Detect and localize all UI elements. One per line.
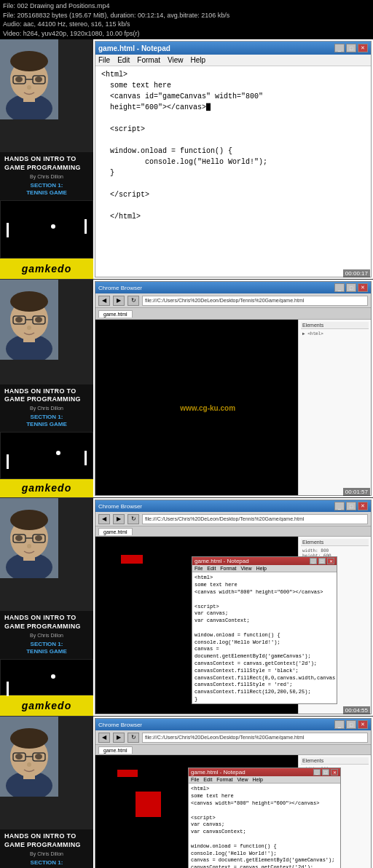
oc2: some text here bbox=[195, 582, 334, 589]
maximize-btn-1[interactable]: □ bbox=[346, 44, 356, 52]
min-btn-4[interactable]: _ bbox=[334, 720, 345, 729]
overlay-menu-view-3[interactable]: View bbox=[241, 566, 252, 571]
svg-point-10 bbox=[27, 85, 31, 90]
brand-title-1: Hands On Intro to Game Programming bbox=[4, 155, 89, 172]
svg-point-8 bbox=[15, 76, 23, 82]
menu-help-1[interactable]: Help bbox=[191, 56, 206, 64]
max-btn-3[interactable]: □ bbox=[346, 502, 356, 510]
red-rect-4a bbox=[117, 770, 138, 777]
brand-title-2: Hands On Intro to Game Programming bbox=[4, 387, 89, 404]
overlay-menu-format-4[interactable]: Format bbox=[216, 777, 232, 782]
browser-tabs-3: game.html bbox=[95, 526, 371, 537]
gamkedo-bar-3: gamkedo bbox=[0, 695, 93, 716]
refresh-btn-4[interactable]: ↻ bbox=[127, 733, 139, 743]
browser-tab-3[interactable]: game.html bbox=[98, 528, 133, 535]
menu-file-1[interactable]: File bbox=[98, 56, 110, 64]
oc17: } bbox=[195, 696, 334, 703]
red-rect-4b bbox=[136, 792, 161, 817]
devtool-tab-4[interactable]: Elements bbox=[301, 757, 369, 765]
refresh-btn-3[interactable]: ↻ bbox=[127, 514, 139, 524]
notepad-editor-1[interactable]: <html> some text here <canvas id="gameCa… bbox=[95, 66, 371, 277]
browser-container-4: Chrome Browser _ □ ✕ ◀ ▶ ↻ file:///C:/Us… bbox=[93, 717, 373, 868]
back-btn-3[interactable]: ◀ bbox=[98, 514, 110, 524]
left-sidebar-4: Hands On Intro to Game Programming By Ch… bbox=[0, 717, 93, 868]
webcam-3 bbox=[0, 498, 93, 611]
address-bar-4[interactable]: file:///C:/Users/Chris%20DeLeon/Desktop/… bbox=[142, 733, 368, 743]
overlay-min-4[interactable]: _ bbox=[313, 769, 321, 776]
browser-tab-4[interactable]: game.html bbox=[98, 746, 133, 754]
close-btn-2[interactable]: ✕ bbox=[358, 283, 368, 292]
overlay-menu-file-4[interactable]: File bbox=[191, 777, 199, 782]
overlay-title-text-4: game.html - Notepad bbox=[191, 769, 246, 776]
overlay-max-3[interactable]: □ bbox=[318, 558, 326, 564]
section-label-3: Section 1: Tennis Game bbox=[4, 641, 89, 656]
overlay-menu-view-4[interactable]: View bbox=[237, 777, 248, 782]
max-btn-4[interactable]: □ bbox=[346, 720, 356, 729]
address-bar-2[interactable]: file:///C:/Users/Chris%20DeLeon/Desktop/… bbox=[142, 296, 368, 306]
overlay-menu-format-3[interactable]: Format bbox=[220, 566, 236, 571]
browser-titlebar-4: Chrome Browser _ □ ✕ bbox=[95, 719, 371, 730]
od8 bbox=[191, 836, 338, 843]
address-text-2: file:///C:/Users/Chris%20DeLeon/Desktop/… bbox=[145, 298, 304, 303]
refresh-btn-2[interactable]: ↻ bbox=[127, 296, 139, 306]
browser-main-2: www.cg-ku.com Elements ▶ <html> bbox=[95, 320, 371, 495]
browser-title-4: Chrome Browser bbox=[98, 722, 142, 728]
fwd-btn-4[interactable]: ▶ bbox=[113, 733, 125, 743]
overlay-menu-edit-3[interactable]: Edit bbox=[207, 566, 216, 571]
svg-point-4 bbox=[10, 51, 48, 71]
left-sidebar-3: Hands On Intro to Game Programming By Ch… bbox=[0, 498, 93, 716]
file-info-bar: File: 002 Drawing and Positions.mp4 File… bbox=[0, 0, 373, 39]
overlay-close-4[interactable]: ✕ bbox=[331, 769, 338, 776]
overlay-min-3[interactable]: _ bbox=[310, 558, 317, 564]
od5: <script> bbox=[191, 815, 338, 822]
pong-ball-2 bbox=[56, 451, 60, 455]
overlay-max-4[interactable]: □ bbox=[322, 769, 329, 776]
browser-title-2: Chrome Browser bbox=[98, 285, 142, 291]
devtool-tab-elements[interactable]: Elements bbox=[301, 322, 369, 329]
oc13: canvasContext.fillStyle = 'black'; bbox=[195, 668, 334, 675]
file-info-line4: Video: h264, yuv420p, 1920x1080, 10.00 f… bbox=[3, 29, 370, 39]
win-controls-2: _ □ ✕ bbox=[334, 283, 368, 292]
branding-1: Hands On Intro to Game Programming By Ch… bbox=[0, 152, 93, 200]
od1: <html> bbox=[191, 786, 338, 793]
min-btn-2[interactable]: _ bbox=[334, 283, 345, 292]
menu-edit-1[interactable]: Edit bbox=[117, 56, 130, 64]
close-btn-3[interactable]: ✕ bbox=[358, 502, 368, 510]
close-btn-4[interactable]: ✕ bbox=[358, 720, 368, 729]
overlay-editor-4[interactable]: <html> some text here <canvas width="800… bbox=[189, 784, 340, 868]
minimize-btn-1[interactable]: _ bbox=[334, 44, 345, 52]
back-btn-4[interactable]: ◀ bbox=[98, 733, 110, 743]
pong-paddle-left-1 bbox=[7, 223, 9, 237]
overlay-close-3[interactable]: ✕ bbox=[327, 558, 334, 564]
max-btn-2[interactable]: □ bbox=[346, 283, 356, 292]
address-text-3: file:///C:/Users/Chris%20DeLeon/Desktop/… bbox=[145, 516, 304, 521]
overlay-menu-file-3[interactable]: File bbox=[195, 566, 203, 571]
close-btn-1[interactable]: ✕ bbox=[358, 44, 368, 52]
browser-toolbar-2: ◀ ▶ ↻ file:///C:/Users/Chris%20DeLeon/De… bbox=[95, 293, 371, 308]
code-11 bbox=[101, 178, 365, 189]
address-bar-3[interactable]: file:///C:/Users/Chris%20DeLeon/Desktop/… bbox=[142, 514, 368, 524]
overlay-menu-help-3[interactable]: Help bbox=[256, 566, 267, 571]
svg-point-15 bbox=[10, 291, 48, 312]
menu-format-1[interactable]: Format bbox=[137, 56, 160, 64]
code-6: <script> bbox=[101, 124, 365, 135]
brand-author-2: By Chris Dillon bbox=[4, 406, 89, 411]
oc9: window.onload = function() { bbox=[195, 632, 334, 639]
menu-view-1[interactable]: View bbox=[168, 56, 184, 64]
code-4: height="600"></canvas>█ bbox=[101, 102, 365, 113]
svg-point-30 bbox=[15, 535, 23, 541]
fwd-btn-2[interactable]: ▶ bbox=[113, 296, 125, 306]
pong-paddle-left-3 bbox=[7, 682, 9, 696]
code-10: } bbox=[101, 167, 365, 178]
overlay-menu-help-4[interactable]: Help bbox=[253, 777, 263, 782]
devtool-tab-3[interactable]: Elements bbox=[301, 539, 369, 546]
pong-paddle-left-2 bbox=[7, 454, 9, 469]
overlay-editor-3[interactable]: <html> some text here <canvas width="800… bbox=[192, 572, 337, 703]
svg-point-41 bbox=[15, 754, 23, 760]
fwd-btn-3[interactable]: ▶ bbox=[113, 514, 125, 524]
back-btn-2[interactable]: ◀ bbox=[98, 296, 110, 306]
branding-2: Hands On Intro to Game Programming By Ch… bbox=[0, 384, 93, 432]
min-btn-3[interactable]: _ bbox=[334, 502, 345, 510]
browser-tab-2[interactable]: game.html bbox=[98, 310, 133, 317]
overlay-menu-edit-4[interactable]: Edit bbox=[203, 777, 212, 782]
